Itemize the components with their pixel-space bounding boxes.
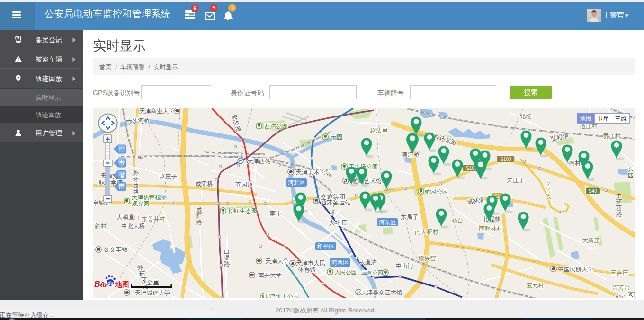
svg-text:杨台: 杨台	[452, 217, 464, 224]
svg-text:长虹生态园: 长虹生态园	[228, 208, 258, 214]
svg-text:郭庄: 郭庄	[615, 295, 628, 298]
svg-text:环: 环	[139, 271, 145, 277]
svg-text:人民公园: 人民公园	[335, 269, 357, 275]
svg-text:宁园: 宁园	[331, 134, 343, 141]
svg-text:天津群众艺术馆: 天津群众艺术馆	[361, 289, 402, 296]
svg-text:赵沽里: 赵沽里	[370, 127, 388, 134]
svg-text:外: 外	[137, 265, 143, 271]
svg-text:天津美术学院: 天津美术学院	[296, 169, 332, 176]
svg-text:子牙河桥: 子牙河桥	[126, 117, 150, 124]
svg-text:路: 路	[224, 261, 230, 267]
svg-text:咸阳桥: 咸阳桥	[195, 181, 213, 187]
svg-text:宝元村: 宝元村	[526, 282, 544, 289]
svg-text:南程林村: 南程林村	[479, 225, 502, 232]
svg-text:堤: 堤	[224, 255, 230, 261]
svg-text:号: 号	[546, 187, 551, 194]
svg-text:南市: 南市	[270, 210, 282, 217]
svg-text:线: 线	[546, 193, 551, 200]
svg-text:通莎客运站: 通莎客运站	[321, 199, 351, 206]
svg-text:S103: S103	[500, 157, 511, 162]
svg-text:中山门: 中山门	[395, 263, 413, 269]
svg-text:地图: 地图	[115, 280, 129, 288]
svg-text:2: 2	[547, 181, 550, 187]
svg-text:中国民航大学: 中国民航大学	[558, 266, 594, 273]
svg-text:省: 省	[119, 172, 125, 178]
svg-text:大王庄: 大王庄	[329, 219, 348, 226]
svg-text:中: 中	[616, 193, 622, 199]
svg-text:河北区: 河北区	[287, 179, 305, 186]
svg-text:西沽公园: 西沽公园	[264, 123, 288, 130]
svg-text:外: 外	[133, 170, 139, 177]
svg-text:国: 国	[119, 184, 125, 190]
svg-text:天津热带植物: 天津热带植物	[132, 194, 167, 201]
svg-text:路: 路	[196, 219, 202, 226]
svg-text:天津水上公园: 天津水上公园	[264, 293, 299, 298]
svg-text:路: 路	[133, 188, 139, 195]
svg-text:东局子: 东局子	[401, 214, 419, 221]
svg-text:北坨: 北坨	[520, 113, 532, 120]
svg-text:四: 四	[628, 172, 634, 179]
svg-text:赵庄子: 赵庄子	[159, 173, 177, 180]
svg-text:S40: S40	[589, 188, 597, 194]
svg-text:观光园: 观光园	[132, 201, 150, 207]
svg-text:街: 街	[119, 146, 125, 153]
svg-text:市: 市	[119, 160, 125, 167]
svg-text:三合庄: 三合庄	[610, 269, 628, 276]
svg-text:芥园道: 芥园道	[235, 181, 253, 188]
svg-text:朱庄子: 朱庄子	[507, 177, 525, 184]
svg-text:范庄村: 范庄村	[580, 123, 598, 130]
svg-text:二宫公园: 二宫公园	[361, 270, 383, 276]
svg-text:东姜井村: 东姜井村	[142, 216, 165, 222]
svg-text:西: 西	[133, 182, 139, 189]
svg-text:东: 东	[628, 166, 634, 173]
svg-text:和平区: 和平区	[316, 243, 335, 250]
svg-text:西: 西	[616, 205, 622, 212]
svg-text:大新庄: 大新庄	[582, 237, 600, 244]
svg-text:桥园公园: 桥园公园	[424, 188, 448, 195]
svg-text:白: 白	[224, 249, 230, 255]
svg-text:体育馆: 体育馆	[298, 266, 316, 273]
svg-text:天津西站: 天津西站	[247, 158, 271, 165]
svg-text:2 公里: 2 公里	[142, 279, 159, 286]
svg-text:南开大学: 南开大学	[258, 272, 282, 279]
svg-text:环: 环	[133, 176, 139, 183]
svg-text:天津市人民: 天津市人民	[296, 260, 326, 267]
svg-text:天津商业大学: 天津商业大学	[139, 108, 175, 115]
svg-text:咸: 咸	[196, 207, 202, 213]
svg-text:河东区: 河东区	[378, 219, 396, 226]
svg-text:天津城建大学: 天津城建大学	[135, 290, 170, 296]
svg-text:地图: 地图	[580, 116, 592, 122]
svg-text:天津大学: 天津大学	[265, 258, 289, 265]
svg-text:三维: 三维	[615, 116, 627, 122]
svg-text:大直沽: 大直沽	[359, 259, 377, 266]
svg-text:斜村: 斜村	[94, 223, 107, 230]
svg-text:南大桥村: 南大桥村	[415, 229, 438, 235]
svg-text:贯庄村: 贯庄村	[603, 133, 621, 140]
svg-text:卫星: 卫星	[598, 116, 609, 122]
svg-text:河西区: 河西区	[331, 259, 349, 266]
svg-text:中北大桥: 中北大桥	[121, 223, 145, 230]
svg-text:路: 路	[616, 211, 622, 218]
svg-text:du: du	[107, 281, 113, 286]
svg-text:大稍直口: 大稍直口	[116, 214, 140, 221]
svg-text:增兴窑: 增兴窑	[418, 255, 436, 262]
svg-text:流芳台: 流芳台	[612, 284, 630, 291]
svg-text:环: 环	[616, 199, 622, 205]
svg-text:阳: 阳	[196, 213, 202, 220]
svg-text:公交车站: 公交车站	[104, 246, 128, 253]
svg-text:Bai: Bai	[94, 279, 107, 289]
